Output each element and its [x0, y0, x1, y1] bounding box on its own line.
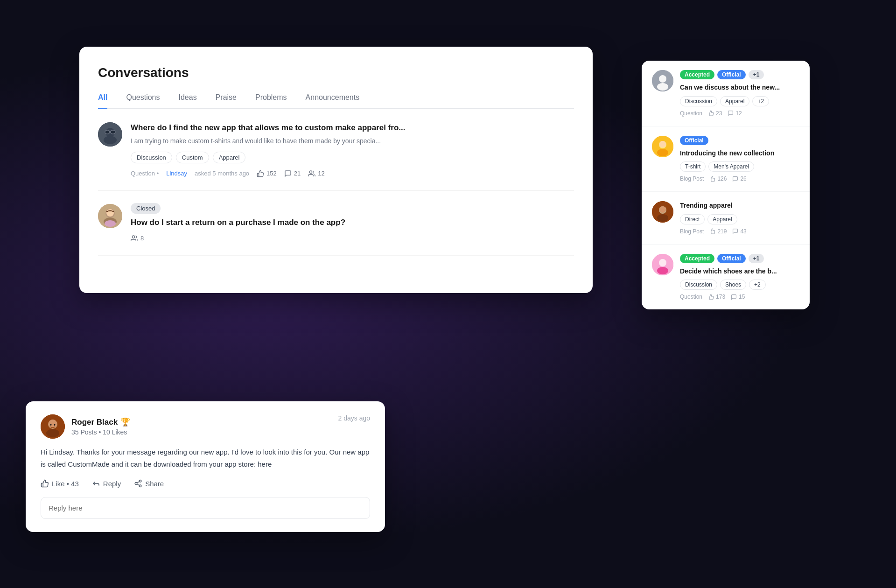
- right-content-1: Accepted Official +1 Can we discuss abou…: [680, 70, 799, 117]
- status-closed: Closed: [131, 203, 161, 214]
- posts-count: 35 Posts: [71, 428, 97, 436]
- like-icon: [41, 479, 49, 488]
- badge-official: Official: [717, 70, 746, 79]
- right-tag[interactable]: Apparel: [707, 214, 737, 224]
- svg-line-37: [137, 484, 140, 485]
- conversation-title: Where do I find the new app that allows …: [131, 122, 574, 133]
- tag-discussion[interactable]: Discussion: [131, 152, 172, 163]
- right-comments: 12: [728, 110, 742, 117]
- conversation-author-link[interactable]: Lindsay: [166, 170, 187, 177]
- reply-input[interactable]: [41, 497, 370, 519]
- conversation-title-2: How do I start a return on a purchase I …: [131, 217, 574, 228]
- comment-time: 2 days ago: [338, 414, 371, 422]
- share-icon: [134, 479, 142, 488]
- comment-user-info: Roger Black 🏆 35 Posts • 10 Likes: [71, 417, 130, 436]
- svg-point-36: [139, 485, 141, 487]
- reply-button[interactable]: Reply: [92, 479, 121, 488]
- svg-point-12: [132, 236, 134, 238]
- comment-avatar: [41, 414, 65, 439]
- right-tag[interactable]: T-shirt: [680, 161, 706, 172]
- right-meta-2: Blog Post 126 26: [680, 175, 799, 182]
- svg-point-31: [49, 420, 57, 428]
- right-tags-4: Discussion Shoes +2: [680, 280, 799, 290]
- right-tag-direct[interactable]: Direct: [680, 214, 705, 224]
- right-meta-1: Question 23 12: [680, 110, 799, 117]
- comment-icon-sm-2: [732, 176, 738, 182]
- conversation-content-2: Closed How do I start a return on a purc…: [131, 204, 574, 242]
- thumbs-up-icon: [257, 170, 264, 177]
- tag-apparel[interactable]: Apparel: [213, 152, 246, 163]
- right-avatar-4: [652, 254, 673, 275]
- badge-row-1: Accepted Official +1: [680, 70, 799, 79]
- right-comments-3: 43: [732, 228, 746, 235]
- svg-point-11: [105, 220, 116, 227]
- comment-avatar-svg: [41, 414, 65, 439]
- right-tag[interactable]: Apparel: [720, 96, 749, 106]
- right-type-4: Question: [680, 294, 702, 300]
- right-content-3: Trending apparel Direct Apparel Blog Pos…: [680, 201, 799, 235]
- right-item-1[interactable]: Accepted Official +1 Can we discuss abou…: [642, 61, 810, 126]
- svg-point-34: [139, 480, 141, 483]
- tab-all[interactable]: All: [98, 93, 107, 109]
- right-tag[interactable]: +2: [749, 280, 766, 290]
- comment-actions: Like • 43 Reply Share: [41, 479, 370, 488]
- likes-count: 10 Likes: [103, 428, 127, 436]
- share-button[interactable]: Share: [134, 479, 164, 488]
- tab-ideas[interactable]: Ideas: [179, 93, 197, 109]
- fade-overlay: [98, 246, 574, 274]
- badge-accepted: Accepted: [680, 70, 714, 79]
- right-item-4[interactable]: Accepted Official +1 Decide which shoes …: [642, 245, 810, 310]
- right-comments-4: 15: [731, 294, 745, 300]
- right-tag[interactable]: +2: [752, 96, 769, 106]
- tab-questions[interactable]: Questions: [126, 93, 160, 109]
- comment-icon-sm-4: [731, 294, 737, 300]
- participants-icon: [308, 170, 315, 177]
- likes-count: 152: [257, 170, 277, 177]
- right-meta-3: Blog Post 219 43: [680, 228, 799, 235]
- right-avatar-svg-2: [652, 136, 673, 157]
- comment-user: Roger Black 🏆 35 Posts • 10 Likes: [41, 414, 130, 439]
- conversation-item[interactable]: Where do I find the new app that allows …: [98, 109, 574, 191]
- right-avatar-2: [652, 136, 673, 157]
- right-tag[interactable]: Men's Apparel: [708, 161, 754, 172]
- right-tags-1: Discussion Apparel +2: [680, 96, 799, 106]
- tab-praise[interactable]: Praise: [216, 93, 237, 109]
- right-likes-2: 126: [709, 175, 727, 182]
- tab-problems[interactable]: Problems: [255, 93, 287, 109]
- svg-point-18: [657, 149, 668, 156]
- right-item-3[interactable]: Trending apparel Direct Apparel Blog Pos…: [642, 192, 810, 245]
- right-likes: 23: [708, 110, 722, 117]
- svg-point-15: [657, 83, 668, 91]
- svg-point-22: [657, 214, 668, 222]
- badge-row-4: Accepted Official +1: [680, 254, 799, 263]
- comments-count: 21: [284, 170, 301, 177]
- svg-point-3: [105, 130, 110, 134]
- conversation-preview: I am trying to make custom t-shirts and …: [131, 136, 574, 146]
- thumbs-up-icon-sm: [708, 110, 714, 116]
- comment-header: Roger Black 🏆 35 Posts • 10 Likes 2 days…: [41, 414, 370, 439]
- conversation-meta: Question • Lindsay asked 5 months ago 15…: [131, 170, 574, 177]
- right-tag[interactable]: Shoes: [720, 280, 746, 290]
- right-item-2[interactable]: Official Introducing the new collection …: [642, 126, 810, 192]
- participants-count: 12: [308, 170, 324, 177]
- comment-icon-sm: [728, 110, 734, 116]
- tag-custom[interactable]: Custom: [176, 152, 209, 163]
- like-button[interactable]: Like • 43: [41, 479, 79, 488]
- svg-rect-5: [110, 131, 111, 133]
- reply-label: Reply: [103, 480, 121, 488]
- svg-point-32: [50, 424, 52, 426]
- right-tag[interactable]: Discussion: [680, 280, 717, 290]
- right-tag[interactable]: Discussion: [680, 96, 717, 106]
- right-title-4: Decide which shoes are the b...: [680, 267, 799, 276]
- right-likes-3: 219: [709, 228, 727, 235]
- right-type-2: Blog Post: [680, 175, 704, 182]
- conversation-meta-2: 8: [131, 235, 574, 242]
- tab-announcements[interactable]: Announcements: [306, 93, 360, 109]
- svg-point-30: [46, 429, 59, 437]
- right-comments-2: 26: [732, 175, 746, 182]
- right-avatar-3: [652, 201, 673, 223]
- avatar: [98, 122, 122, 147]
- badge-official-2: Official: [680, 136, 708, 145]
- comment-icon: [284, 170, 292, 177]
- thumbs-up-icon-sm-2: [709, 176, 715, 182]
